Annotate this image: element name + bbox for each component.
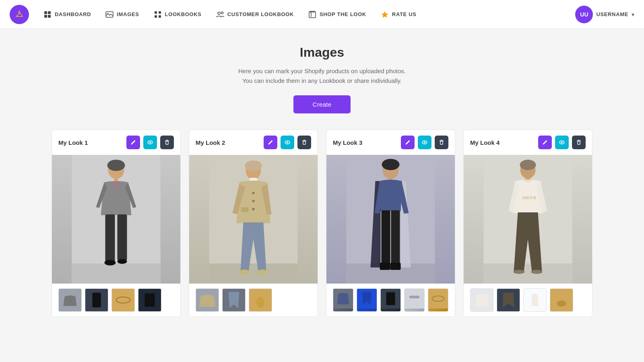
svg-rect-28 (105, 214, 115, 263)
nav-item-images[interactable]: IMAGES (99, 7, 145, 22)
svg-rect-79 (409, 296, 419, 298)
svg-point-7 (107, 13, 109, 14)
view-button-1[interactable] (143, 136, 157, 149)
nav-right: UU USERNAME ▾ (575, 6, 634, 23)
view-button-3[interactable] (418, 136, 431, 149)
figure-look4: AMOUR (464, 155, 592, 284)
eye-icon-2 (284, 139, 291, 146)
svg-point-12 (218, 12, 220, 14)
thumb-1-3[interactable] (111, 288, 135, 312)
thumb-3-4[interactable] (404, 288, 425, 312)
card-image-3 (326, 155, 455, 284)
edit-icon (130, 139, 136, 146)
edit-button-4[interactable] (538, 136, 552, 149)
edit-icon-4 (542, 139, 548, 146)
eye-icon-4 (559, 139, 565, 146)
username-label: USERNAME (596, 11, 628, 17)
card-thumbs-4 (464, 284, 592, 317)
nav-label-images: IMAGES (117, 11, 139, 17)
thumb-2-2[interactable] (222, 288, 246, 312)
trash-icon-3 (438, 139, 445, 146)
eye-icon-3 (421, 139, 428, 146)
page-description-line1: Here you can mark your Shopify products … (52, 66, 592, 76)
svg-rect-62 (440, 141, 443, 144)
card-thumbs-1 (52, 284, 180, 317)
figure-look3 (326, 155, 455, 284)
delete-button-4[interactable] (572, 136, 586, 149)
create-button[interactable]: Create (293, 95, 351, 113)
thumb-3-5[interactable] (428, 288, 448, 312)
svg-rect-38 (144, 294, 155, 307)
svg-rect-73 (390, 263, 401, 270)
figure-look1 (52, 155, 180, 284)
delete-button-2[interactable] (297, 136, 311, 149)
card-header-2: My Look 2 (189, 130, 318, 155)
delete-button-3[interactable] (435, 136, 448, 149)
thumb-4-1[interactable] (470, 288, 493, 312)
thumb-2-3[interactable] (249, 288, 272, 312)
thumb-1-4[interactable] (138, 288, 161, 312)
svg-rect-98 (550, 289, 573, 311)
edit-icon-3 (405, 139, 411, 146)
svg-point-52 (252, 208, 255, 210)
edit-button-3[interactable] (401, 136, 415, 149)
trash-icon-2 (301, 139, 308, 146)
svg-point-31 (118, 259, 127, 264)
thumb-3-3[interactable] (380, 288, 401, 312)
nav-item-rate-us[interactable]: RATE US (374, 7, 423, 22)
thumb-2-1[interactable] (196, 288, 219, 312)
card-header-1: My Look 1 (52, 130, 180, 155)
edit-button-1[interactable] (126, 136, 140, 149)
edit-button-2[interactable] (264, 136, 277, 149)
view-button-4[interactable] (555, 136, 569, 149)
thumb-4-4[interactable] (550, 288, 573, 312)
dashboard-icon (43, 10, 52, 19)
card-title-3: My Look 3 (333, 139, 362, 146)
svg-point-26 (107, 160, 125, 171)
svg-point-99 (557, 300, 566, 306)
thumb-3-2[interactable] (357, 288, 377, 312)
nav-label-customer-lookbook: CUSTOMER LOOKBOOK (227, 11, 294, 17)
svg-rect-9 (159, 11, 161, 14)
card-thumbs-3 (326, 284, 455, 317)
svg-point-55 (258, 269, 267, 274)
nav-item-customer-lookbook[interactable]: CUSTOMER LOOKBOOK (210, 7, 300, 22)
svg-point-18 (149, 142, 151, 143)
svg-point-13 (221, 12, 223, 14)
nav-item-shop-the-look[interactable]: SHOP THE LOOK (302, 7, 373, 22)
svg-rect-3 (48, 11, 51, 14)
thumb-1-1[interactable] (58, 288, 82, 312)
svg-point-54 (240, 269, 250, 274)
trash-icon (164, 139, 170, 146)
view-button-2[interactable] (281, 136, 294, 149)
shop-icon (308, 10, 316, 19)
svg-rect-11 (159, 15, 161, 18)
svg-point-40 (287, 142, 288, 143)
svg-rect-29 (118, 214, 127, 261)
delete-button-1[interactable] (160, 136, 174, 149)
nav-item-dashboard[interactable]: DASHBOARD (37, 7, 97, 22)
svg-rect-80 (428, 289, 448, 309)
svg-point-61 (424, 142, 425, 143)
thumb-3-1[interactable] (333, 288, 353, 312)
thumb-4-2[interactable] (497, 288, 520, 312)
svg-rect-2 (44, 11, 47, 14)
svg-rect-78 (405, 289, 424, 309)
card-image-4: AMOUR (464, 155, 592, 284)
nav-item-lookbooks[interactable]: LOOKBOOKS (147, 7, 208, 22)
thumb-4-3[interactable] (523, 288, 547, 312)
user-dropdown-toggle[interactable]: ▾ (632, 11, 634, 18)
nav-label-shop-the-look: SHOP THE LOOK (320, 11, 366, 17)
eye-icon (147, 139, 153, 146)
thumb-1-2[interactable] (85, 288, 108, 312)
customer-icon (216, 10, 224, 19)
svg-rect-70 (382, 210, 390, 263)
svg-rect-53 (242, 207, 249, 212)
card-image-1 (52, 155, 180, 284)
svg-rect-88 (484, 263, 572, 284)
app-logo[interactable] (10, 5, 29, 24)
nav-label-rate-us: RATE US (392, 11, 417, 17)
nav-label-lookbooks: LOOKBOOKS (165, 11, 202, 17)
figure-look2 (189, 155, 318, 284)
navbar: DASHBOARD IMAGES LOOKBOOKS (0, 0, 644, 29)
